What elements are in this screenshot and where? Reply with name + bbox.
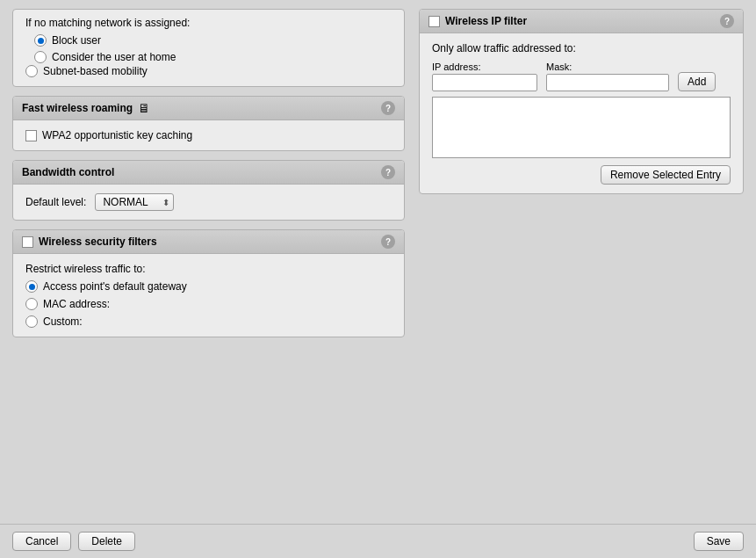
main-container: If no matching network is assigned: Bloc…: [0, 0, 756, 558]
bandwidth-header: Bandwidth control ?: [13, 161, 404, 185]
mask-group: Mask:: [546, 62, 669, 91]
remove-selected-button[interactable]: Remove Selected Entry: [601, 165, 731, 185]
bandwidth-title: Bandwidth control: [22, 166, 114, 178]
subnet-label: Subnet-based mobility: [43, 65, 148, 77]
fast-roaming-title: Fast wireless roaming: [22, 102, 133, 114]
wpa2-label: WPA2 opportunistic key caching: [42, 129, 192, 141]
radio-custom-label: Custom:: [43, 315, 83, 328]
roaming-icon: 🖥: [138, 101, 150, 115]
radio-block-user-button[interactable]: [34, 34, 47, 47]
fast-roaming-help[interactable]: ?: [381, 101, 395, 115]
bottom-bar: Cancel Delete Save: [0, 524, 756, 558]
ip-filter-body: Only allow traffic addressed to: IP addr…: [420, 33, 743, 193]
radio-default-gateway-button[interactable]: [25, 280, 38, 293]
fast-roaming-header-left: Fast wireless roaming 🖥: [22, 101, 150, 115]
bandwidth-section: Bandwidth control ? Default level: NORMA…: [12, 160, 405, 221]
wpa2-checkbox[interactable]: [25, 130, 37, 141]
radio-consider-home[interactable]: Consider the user at home: [34, 51, 392, 63]
right-column: Wireless IP filter ? Only allow traffic …: [419, 9, 744, 515]
subnet-item[interactable]: Subnet-based mobility: [25, 65, 392, 77]
wireless-security-help[interactable]: ?: [381, 235, 395, 249]
bandwidth-body: Default level: NORMAL LOW HIGH ⬍: [13, 185, 404, 220]
ip-filter-header-left: Wireless IP filter: [428, 15, 527, 27]
delete-button[interactable]: Delete: [78, 532, 135, 551]
radio-default-gateway-indicator: [29, 284, 35, 290]
no-matching-radio-group: Block user Consider the user at home: [34, 34, 392, 63]
no-matching-section: If no matching network is assigned: Bloc…: [12, 9, 405, 87]
save-button[interactable]: Save: [694, 532, 744, 551]
bottom-left-buttons: Cancel Delete: [12, 532, 135, 551]
fast-roaming-header: Fast wireless roaming 🖥 ?: [13, 97, 404, 120]
radio-consider-home-label: Consider the user at home: [52, 51, 176, 63]
bandwidth-select[interactable]: NORMAL LOW HIGH: [95, 193, 174, 211]
ip-address-label: IP address:: [432, 62, 537, 72]
radio-default-gateway[interactable]: Access point's default gateway: [25, 280, 392, 293]
mask-label: Mask:: [546, 62, 669, 72]
ip-address-group: IP address:: [432, 62, 537, 91]
radio-custom-button[interactable]: [25, 315, 38, 328]
ip-filter-checkbox[interactable]: [428, 16, 440, 27]
bandwidth-select-wrap: NORMAL LOW HIGH ⬍: [95, 193, 174, 211]
ip-filter-header: Wireless IP filter ?: [420, 10, 743, 33]
radio-block-user-indicator: [38, 38, 44, 44]
wireless-security-header-left: Wireless security filters: [22, 236, 157, 248]
ip-filter-help[interactable]: ?: [720, 14, 734, 28]
ip-list-box[interactable]: [432, 97, 731, 158]
radio-mac-address-button[interactable]: [25, 298, 38, 310]
wpa2-checkbox-wrap[interactable]: WPA2 opportunistic key caching: [25, 129, 392, 141]
wireless-security-title: Wireless security filters: [39, 236, 157, 248]
radio-block-user-label: Block user: [52, 34, 101, 47]
fast-roaming-section: Fast wireless roaming 🖥 ? WPA2 opportuni…: [12, 96, 405, 151]
radio-consider-home-button[interactable]: [34, 51, 47, 63]
wireless-security-section: Wireless security filters ? Restrict wir…: [12, 229, 405, 337]
mask-input[interactable]: [546, 74, 669, 91]
ip-filter-section: Wireless IP filter ? Only allow traffic …: [419, 9, 744, 194]
cancel-button[interactable]: Cancel: [12, 532, 71, 551]
left-column: If no matching network is assigned: Bloc…: [12, 9, 405, 515]
radio-default-gateway-label: Access point's default gateway: [43, 280, 187, 293]
radio-subnet-button[interactable]: [25, 65, 38, 77]
allow-traffic-label: Only allow traffic addressed to:: [432, 42, 731, 54]
content-area: If no matching network is assigned: Bloc…: [0, 0, 756, 524]
wireless-security-header: Wireless security filters ?: [13, 230, 404, 254]
bandwidth-help[interactable]: ?: [381, 165, 395, 179]
radio-mac-address-label: MAC address:: [43, 298, 110, 310]
radio-block-user[interactable]: Block user: [34, 34, 392, 47]
bandwidth-row: Default level: NORMAL LOW HIGH ⬍: [25, 193, 392, 211]
wireless-security-checkbox[interactable]: [22, 236, 33, 248]
restrict-label: Restrict wireless traffic to:: [25, 263, 392, 275]
wireless-security-body: Restrict wireless traffic to: Access poi…: [13, 254, 404, 337]
ip-mask-row: IP address: Mask: Add: [432, 62, 731, 91]
ip-filter-title: Wireless IP filter: [445, 15, 527, 27]
radio-custom[interactable]: Custom:: [25, 315, 392, 328]
no-matching-title: If no matching network is assigned:: [25, 17, 392, 29]
fast-roaming-body: WPA2 opportunistic key caching: [13, 120, 404, 150]
security-radio-group: Access point's default gateway MAC addre…: [25, 280, 392, 328]
radio-mac-address[interactable]: MAC address:: [25, 298, 392, 310]
add-button[interactable]: Add: [678, 72, 716, 91]
ip-address-input[interactable]: [432, 74, 537, 91]
default-level-label: Default level:: [25, 196, 86, 208]
